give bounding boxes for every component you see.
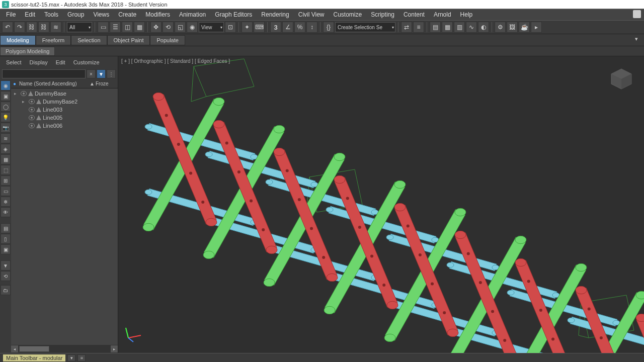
display-lights-button[interactable]: 💡 [1, 112, 11, 122]
expand-arrow-icon[interactable]: ▸ [14, 91, 19, 96]
ribbon-tab-modeling[interactable]: Modeling [0, 35, 36, 45]
user-account-icon[interactable] [633, 10, 641, 18]
horizontal-scrollbar[interactable]: ◂ ▸ [11, 345, 118, 353]
search-input[interactable] [2, 69, 86, 78]
toggle-layer-explorer-button[interactable]: ▤ [430, 22, 441, 33]
scene-menu-customize[interactable]: Customize [70, 58, 103, 66]
toggle-ribbon-button[interactable]: ▦ [442, 22, 453, 33]
snap-2d-button[interactable]: 3 [270, 22, 281, 33]
viewport-label[interactable]: [ + ] [ Orthographic ] [ Standard ] [ Ed… [121, 58, 230, 64]
scene-menu-select[interactable]: Select [3, 58, 25, 66]
menu-group[interactable]: Group [63, 10, 88, 19]
scroll-thumb[interactable] [19, 346, 49, 352]
viewport[interactable]: [ + ] [ Orthographic ] [ Standard ] [ Ed… [118, 56, 644, 353]
scene-menu-edit[interactable]: Edit [53, 58, 68, 66]
menu-tools[interactable]: Tools [40, 10, 62, 19]
link-button[interactable]: ⛓ [26, 22, 37, 33]
visibility-icon[interactable] [29, 123, 35, 128]
menu-edit[interactable]: Edit [21, 10, 39, 19]
tree-row-dummybase[interactable]: ▸ DummyBase [11, 89, 118, 98]
render-production-button[interactable]: ☕ [519, 22, 530, 33]
rectangular-selection-button[interactable]: ◫ [122, 22, 133, 33]
display-hidden-button[interactable]: 👁 [1, 207, 11, 217]
use-pivot-center-button[interactable]: ⊡ [225, 22, 236, 33]
clear-search-button[interactable]: × [87, 69, 96, 78]
expand-arrow-icon[interactable]: ▸ [22, 99, 27, 104]
menu-customize[interactable]: Customize [330, 10, 366, 19]
ribbon-tab-selection[interactable]: Selection [71, 35, 107, 45]
status-layers-button[interactable]: ≡ [77, 354, 86, 361]
display-bone-button[interactable]: ⊞ [1, 175, 11, 186]
visibility-icon[interactable] [29, 107, 35, 112]
schematic-view-button[interactable]: ∿ [466, 22, 477, 33]
ribbon-tab-object-paint[interactable]: Object Paint [107, 35, 150, 45]
menu-scripting[interactable]: Scripting [367, 10, 398, 19]
render-setup-button[interactable]: ⚙ [495, 22, 506, 33]
viewport-3d-canvas[interactable] [118, 56, 644, 353]
scroll-right-button[interactable]: ▸ [111, 345, 118, 352]
scene-menu-display[interactable]: Display [27, 58, 51, 66]
scene-tree-header[interactable]: ● Name (Sorted Ascending) ▲ Froze [11, 79, 118, 88]
menu-arnold[interactable]: Arnold [430, 10, 455, 19]
lock-button[interactable]: 🗀 [1, 285, 11, 295]
select-rotate-button[interactable]: ⟲ [163, 22, 174, 33]
header-frozen[interactable]: Froze [96, 81, 116, 86]
sort-button[interactable]: ▤ [1, 223, 11, 233]
tree-row-line003[interactable]: Line003 [11, 106, 118, 114]
display-frozen-button[interactable]: ❄ [1, 197, 11, 207]
polygon-modeling-panel[interactable]: Polygon Modeling [0, 47, 55, 56]
viewcube-icon[interactable] [609, 66, 634, 92]
menu-rendering[interactable]: Rendering [257, 10, 293, 19]
reference-coord-dropdown[interactable]: View [199, 22, 224, 32]
menu-create[interactable]: Create [114, 10, 140, 19]
rendered-frame-window-button[interactable]: 🖼 [507, 22, 518, 33]
menu-content[interactable]: Content [399, 10, 429, 19]
named-selection-sets-dropdown[interactable]: Create Selection Se [335, 22, 395, 32]
status-isolate-button[interactable]: ▾ [67, 354, 75, 361]
align-button[interactable]: ≡ [413, 22, 424, 33]
window-crossing-button[interactable]: ▦ [134, 22, 145, 33]
scroll-left-button[interactable]: ◂ [11, 345, 18, 352]
display-helpers-button[interactable]: ≋ [1, 133, 11, 143]
visibility-icon[interactable] [29, 115, 35, 120]
display-xrefs-button[interactable]: ⬚ [1, 165, 11, 175]
axis-gizmo-icon[interactable] [123, 323, 143, 343]
select-scale-button[interactable]: ◱ [175, 22, 186, 33]
angle-snap-button[interactable]: ∠ [282, 22, 293, 33]
selection-filter-dropdown[interactable]: All [67, 22, 92, 32]
funnel-icon[interactable]: ▼ [1, 260, 11, 270]
filter-none-button[interactable]: ▯ [1, 234, 11, 244]
select-object-button[interactable]: ▭ [98, 22, 109, 33]
display-shapes-button[interactable]: ◯ [1, 102, 11, 112]
display-groups-button[interactable]: ▦ [1, 154, 11, 164]
tree-row-line005[interactable]: Line005 [11, 114, 118, 122]
tree-row-line006[interactable]: Line006 [11, 122, 118, 130]
select-move-button[interactable]: ✥ [150, 22, 162, 33]
material-editor-button[interactable]: ◐ [478, 22, 489, 33]
ribbon-tab-freeform[interactable]: Freeform [36, 35, 71, 45]
menu-graph-editors[interactable]: Graph Editors [211, 10, 256, 19]
redo-button[interactable]: ↷ [14, 22, 25, 33]
menu-animation[interactable]: Animation [175, 10, 210, 19]
filter-button[interactable]: ▼ [97, 69, 106, 78]
display-containers-button[interactable]: ▭ [1, 186, 11, 196]
sync-selection-button[interactable]: ⟲ [1, 271, 11, 281]
menu-views[interactable]: Views [89, 10, 113, 19]
menu-file[interactable]: File [2, 10, 20, 19]
visibility-icon[interactable] [21, 91, 27, 96]
mirror-button[interactable]: ⇄ [401, 22, 412, 33]
curve-editor-button[interactable]: ▥ [454, 22, 465, 33]
unlink-button[interactable]: ⛓ [38, 22, 49, 33]
display-space-warps-button[interactable]: ◈ [1, 144, 11, 154]
edit-selection-set-button[interactable]: {} [323, 22, 334, 33]
more-options-button[interactable]: ⋮ [107, 69, 116, 78]
menu-modifiers[interactable]: Modifiers [141, 10, 174, 19]
collapse-all-button[interactable]: ▣ [1, 244, 11, 254]
menu-help[interactable]: Help [456, 10, 477, 19]
percent-snap-button[interactable]: % [294, 22, 305, 33]
ribbon-expand-button[interactable]: ▾ [635, 36, 644, 45]
tree-row-dummybase2[interactable]: ▸ DummyBase2 [11, 98, 118, 106]
select-manipulate-button[interactable]: ✦ [242, 22, 253, 33]
menu-civil-view[interactable]: Civil View [294, 10, 329, 19]
bind-space-warp-button[interactable]: ≋ [50, 22, 61, 33]
